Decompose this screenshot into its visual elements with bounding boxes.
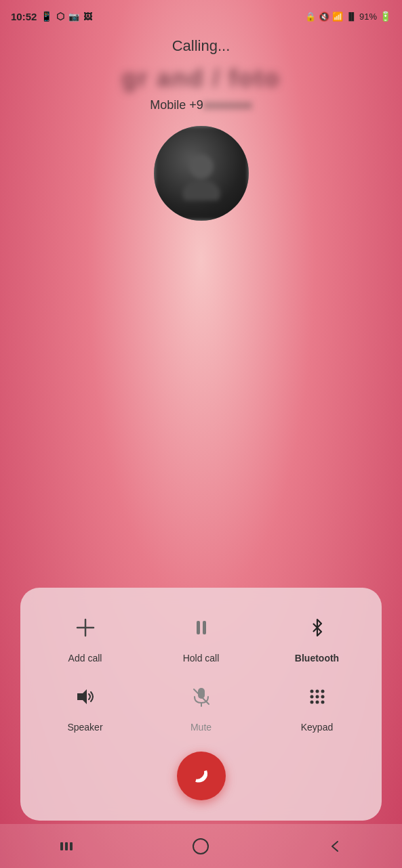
svg-point-1 [182, 180, 220, 200]
avatar-svg [174, 146, 228, 200]
speaker-icon [66, 677, 105, 716]
svg-rect-5 [203, 621, 206, 634]
bluetooth-button[interactable]: Bluetooth [259, 608, 375, 664]
keypad-icon [298, 677, 337, 716]
mute-icon [182, 677, 221, 716]
back-icon [328, 839, 343, 854]
button-grid: Add call Hold call Bluetooth [27, 608, 375, 733]
svg-point-10 [310, 690, 313, 693]
whatsapp-icon: 📱 [41, 11, 52, 22]
vpn-icon: ⬡ [56, 11, 64, 22]
end-call-icon [184, 759, 218, 793]
signal-icon: ▐▌ [346, 12, 357, 20]
hold-call-button[interactable]: Hold call [143, 608, 259, 664]
calling-area: Calling... gr and / foto Mobile +9xxxxxx… [0, 37, 402, 221]
add-call-label: Add call [68, 653, 102, 664]
add-call-icon [66, 608, 105, 647]
svg-point-17 [315, 701, 319, 704]
svg-point-12 [321, 690, 324, 693]
recent-apps-button[interactable] [59, 839, 74, 854]
contact-name-blurred: gr and / foto [122, 64, 281, 93]
svg-point-13 [310, 695, 313, 699]
svg-marker-6 [77, 689, 87, 704]
recent-apps-icon [59, 839, 74, 854]
gallery-icon: 🖼 [83, 12, 92, 22]
svg-rect-20 [65, 842, 68, 850]
status-bar: 10:52 📱 ⬡ 📷 🖼 🔒 🔇 📶 ▐▌ 91% 🔋 [0, 0, 402, 32]
speaker-label: Speaker [67, 722, 102, 733]
avatar-image [154, 126, 249, 221]
status-left: 10:52 📱 ⬡ 📷 🖼 [11, 11, 92, 22]
keypad-label: Keypad [301, 722, 333, 733]
svg-point-15 [321, 695, 324, 699]
back-button[interactable] [328, 839, 343, 854]
svg-point-16 [310, 701, 313, 704]
contact-avatar [154, 126, 249, 221]
battery-percent: 91% [359, 12, 377, 22]
add-call-button[interactable]: Add call [27, 608, 143, 664]
svg-rect-4 [197, 621, 200, 634]
contact-number: Mobile +9xxxxxxxx [150, 98, 252, 112]
home-button[interactable] [192, 838, 209, 855]
wifi-icon: 📶 [332, 12, 343, 22]
svg-point-22 [193, 839, 208, 854]
lock-icon: 🔒 [305, 12, 316, 22]
nav-bar [0, 824, 402, 868]
control-panel: Add call Hold call Bluetooth [20, 588, 382, 821]
calling-status: Calling... [172, 37, 230, 55]
bluetooth-icon [298, 608, 337, 647]
end-call-wrapper [27, 752, 375, 800]
instagram-icon: 📷 [68, 12, 79, 22]
mute-icon: 🔇 [319, 12, 329, 22]
time-display: 10:52 [11, 11, 37, 22]
end-call-button[interactable] [177, 752, 226, 800]
hold-call-icon [182, 608, 221, 647]
svg-point-0 [189, 154, 214, 179]
speaker-button[interactable]: Speaker [27, 677, 143, 733]
bluetooth-label: Bluetooth [295, 653, 339, 664]
svg-rect-21 [70, 842, 73, 850]
svg-point-11 [315, 690, 319, 693]
mute-button[interactable]: Mute [143, 677, 259, 733]
keypad-button[interactable]: Keypad [259, 677, 375, 733]
mute-label: Mute [190, 722, 212, 733]
status-right: 🔒 🔇 📶 ▐▌ 91% 🔋 [305, 11, 391, 22]
battery-icon: 🔋 [380, 11, 391, 22]
hold-call-label: Hold call [183, 653, 220, 664]
svg-point-18 [321, 701, 324, 704]
svg-point-14 [315, 695, 319, 699]
svg-rect-19 [60, 842, 63, 850]
home-icon [192, 838, 209, 855]
